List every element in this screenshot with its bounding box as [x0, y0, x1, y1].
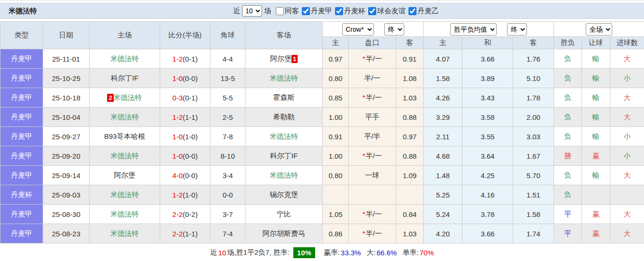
team-name[interactable]: 米德法特	[270, 171, 298, 179]
avg-away-odds-cell: 1.74	[513, 224, 554, 243]
team-name[interactable]: 宁比	[277, 210, 291, 218]
team-name[interactable]: 米德法特	[110, 190, 139, 198]
filter-option-3[interactable]: 球会友谊	[365, 7, 406, 16]
team-name[interactable]: 阿尔堡	[270, 54, 291, 63]
away-team-cell: 米德法特	[245, 69, 323, 88]
recent-count-select[interactable]: 10	[242, 5, 262, 17]
team-name[interactable]: 阿尔堡	[114, 171, 136, 179]
avg-draw-odds-cell: 3.89	[463, 69, 513, 88]
near-label: 近	[233, 7, 240, 16]
team-name[interactable]: 米德法特	[270, 132, 298, 140]
team-name[interactable]: 希勒勒	[273, 113, 295, 121]
filter-option-0[interactable]: 同客	[273, 7, 299, 16]
filter-checkbox[interactable]	[408, 7, 417, 15]
avg-draw-odds-cell: 3.64	[463, 146, 513, 166]
col-header-away: 客场	[245, 22, 323, 49]
handicap-home-odds-cell: 1.05	[323, 205, 349, 224]
handicap-result-cell: 輸	[582, 108, 610, 127]
team-name[interactable]: 米德法特	[110, 54, 139, 63]
handicap-away-odds-cell: 0.97	[396, 127, 424, 146]
filter-option-4[interactable]: 丹麦乙	[406, 7, 439, 16]
team-name[interactable]: 阿尔胡斯费马	[263, 229, 305, 237]
team-name[interactable]: 科尔丁IF	[111, 74, 138, 82]
full-time-score: 1-0	[172, 152, 183, 160]
filter-checkbox[interactable]	[335, 7, 343, 15]
filter-checkbox[interactable]	[368, 7, 376, 15]
rank-badge: 1	[291, 55, 298, 63]
avg-metric-select[interactable]: 胜平负均值	[450, 23, 497, 36]
match-row: 丹麦甲25-08-23米德法特2-2(1-1)7-4阿尔胡斯费马0.86*半/一…	[0, 224, 644, 243]
odds-time-select-1[interactable]: 终	[384, 23, 404, 36]
scope-selector-cell: 全场	[554, 22, 644, 37]
avg-away-odds-cell: 1.78	[513, 88, 554, 108]
result-cell-value: 负	[564, 113, 571, 121]
handicap-away-odds-cell: 1.09	[396, 166, 424, 185]
handicap-line-cell: 平/半	[349, 127, 396, 146]
avg-away-odds-cell: 3.03	[513, 127, 554, 146]
matches-label: 场	[264, 7, 271, 16]
odds-company-select[interactable]: Crow*	[342, 23, 374, 36]
away-team-cell: 希勒勒	[245, 108, 323, 127]
scope-select[interactable]: 全场	[586, 23, 612, 36]
team-name[interactable]: 米德法特	[110, 229, 139, 237]
corners-cell: 8-10	[210, 146, 245, 166]
team-name[interactable]: B93哥本哈根	[104, 132, 145, 140]
team-name[interactable]: 米德法特	[110, 210, 139, 218]
page-title: 米德法特	[0, 7, 37, 16]
goals-result-cell-value: 大	[624, 54, 631, 63]
avg-away-odds-cell: 5.10	[513, 69, 554, 88]
result-cell-value: 负	[564, 190, 571, 198]
subheader-avg-home: 主	[424, 37, 463, 49]
team-name[interactable]: 米德法特	[270, 74, 298, 82]
league-cell: 丹麦甲	[0, 49, 43, 69]
handicap-result-cell: 輸	[582, 88, 610, 108]
handicap-line-cell: *半/一	[349, 146, 396, 166]
handicap-result-cell-value: 輸	[592, 74, 599, 82]
home-team-cell: 米德法特	[90, 224, 160, 243]
match-row: 丹麦杯25-09-03米德法特1-2(1-0)0-0锡尔克堡5.254.161.…	[0, 185, 644, 205]
team-name[interactable]: 科尔丁IF	[270, 152, 298, 160]
big-value: 66.6%	[377, 249, 397, 257]
team-name[interactable]: 锡尔克堡	[270, 190, 298, 198]
filter-option-2[interactable]: 丹麦杯	[332, 7, 365, 16]
home-team-cell: 米德法特	[90, 108, 160, 127]
win-value: 33.3%	[341, 249, 361, 257]
handicap-away-odds-cell: 0.88	[396, 146, 424, 166]
away-team-cell: 米德法特	[245, 127, 323, 146]
odds-time-select-2[interactable]: 终	[507, 23, 527, 36]
team-name[interactable]: 米德法特	[114, 93, 142, 101]
date-cell: 25-10-25	[43, 69, 90, 88]
goals-result-cell: 大	[610, 166, 644, 185]
team-name[interactable]: 霍森斯	[273, 93, 295, 101]
avg-draw-odds-cell: 3.58	[463, 108, 513, 127]
team-name[interactable]: 米德法特	[110, 152, 139, 160]
goals-result-cell-value: 小	[624, 132, 631, 140]
avg-draw-odds-cell: 4.25	[463, 166, 513, 185]
filter-option-1[interactable]: 丹麦甲	[299, 7, 332, 16]
subheader-handicap-line: 盘口	[349, 37, 396, 49]
filter-checkbox[interactable]	[276, 7, 284, 15]
filter-checkbox[interactable]	[302, 7, 310, 15]
avg-draw-odds-cell: 3.43	[463, 88, 513, 108]
score-cell: 1-0(1-0)	[160, 127, 210, 146]
team-header-bar: 米德法特 近 10 场 同客丹麦甲丹麦杯球会友谊丹麦乙	[0, 3, 644, 19]
avg-away-odds-cell: 1.58	[513, 205, 554, 224]
half-time-score: (1-1)	[183, 113, 198, 121]
avg-home-odds-cell: 3.29	[424, 108, 463, 127]
handicap-result-cell: 輸	[582, 166, 610, 185]
home-team-cell: B93哥本哈根	[90, 127, 160, 146]
match-row: 丹麦甲25-10-25科尔丁IF1-0(0-0)13-5米德法特0.80半/一1…	[0, 69, 644, 88]
handicap-home-odds-cell	[323, 185, 349, 205]
summary-prefix: 近	[210, 248, 217, 257]
filter-label: 丹麦甲	[311, 7, 332, 16]
handicap-result-cell-value: 輸	[592, 113, 599, 121]
team-name[interactable]: 米德法特	[110, 113, 139, 121]
result-cell: 负	[554, 88, 582, 108]
avg-draw-odds-cell: 3.55	[463, 127, 513, 146]
result-cell-value: 平	[564, 229, 571, 237]
full-time-score: 1-2	[172, 55, 183, 63]
home-team-cell: 米德法特	[90, 185, 160, 205]
handicap-star: *	[363, 210, 365, 218]
avg-draw-odds-cell: 3.66	[463, 224, 513, 243]
handicap-away-odds-cell: 0.88	[396, 108, 424, 127]
